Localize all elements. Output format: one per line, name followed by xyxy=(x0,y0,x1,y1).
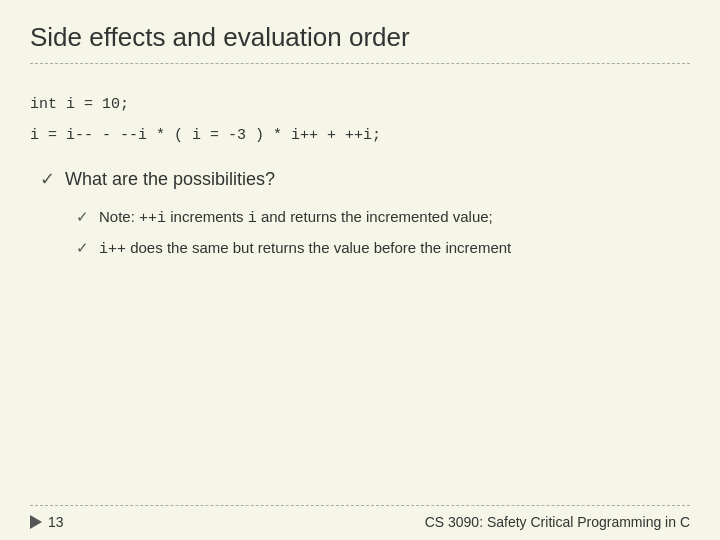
footer-page: 13 xyxy=(30,514,64,530)
sub-bullet-2-text: i++ does the same but returns the value … xyxy=(99,237,511,262)
code-line-2: i = i-- - --i * ( i = -3 ) * i++ + ++i; xyxy=(30,125,690,148)
footer-divider xyxy=(30,505,690,506)
bullet-section: ✓ What are the possibilities? ✓ Note: ++… xyxy=(30,167,690,261)
sub-bullet-1-icon: ✓ xyxy=(76,208,89,226)
title-divider xyxy=(30,63,690,64)
footer: 13 CS 3090: Safety Critical Programming … xyxy=(0,495,720,540)
title-area: Side effects and evaluation order xyxy=(0,0,720,76)
sub-bullet-2: ✓ i++ does the same but returns the valu… xyxy=(76,237,690,262)
content-area: int i = 10; i = i-- - --i * ( i = -3 ) *… xyxy=(0,76,720,261)
next-icon xyxy=(30,515,42,529)
sub-bullets: ✓ Note: ++i increments i and returns the… xyxy=(76,206,690,261)
sub-bullet-2-icon: ✓ xyxy=(76,239,89,257)
page-number: 13 xyxy=(48,514,64,530)
course-title: CS 3090: Safety Critical Programming in … xyxy=(425,514,690,530)
main-bullet-icon: ✓ xyxy=(40,168,55,190)
sub-bullet-1: ✓ Note: ++i increments i and returns the… xyxy=(76,206,690,231)
slide: Side effects and evaluation order int i … xyxy=(0,0,720,540)
footer-content: 13 CS 3090: Safety Critical Programming … xyxy=(30,514,690,530)
main-bullet: ✓ What are the possibilities? xyxy=(40,167,690,192)
slide-title: Side effects and evaluation order xyxy=(30,22,690,53)
code-line-1: int i = 10; xyxy=(30,94,690,117)
main-bullet-text: What are the possibilities? xyxy=(65,167,275,192)
sub-bullet-1-text: Note: ++i increments i and returns the i… xyxy=(99,206,493,231)
